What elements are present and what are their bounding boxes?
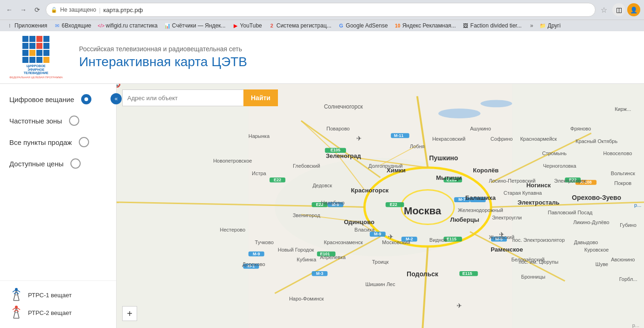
apps-icon: ⁝ (7, 22, 13, 29)
svg-text:Солнечногорск: Солнечногорск (324, 103, 363, 110)
sidebar-item-frequency[interactable]: Частотные зоны (0, 110, 116, 131)
svg-text:Балашиха: Балашиха (465, 194, 496, 201)
page: ЦИФРОВОЕ ЭФИРНОЕ ТЕЛЕВИДЕНИЕ ФЕДЕРАЛЬНАЯ… (0, 31, 644, 328)
legend-label-rtrs2: РТРС-2 вещает (28, 309, 72, 316)
bookmark-inbox-label: 6Входящие (62, 22, 91, 29)
svg-text:E22: E22 (390, 202, 397, 207)
svg-text:Раменское: Раменское (491, 246, 523, 253)
logo-fcp: ФЕДЕРАЛЬНАЯ ЦЕЛЕВАЯ ПРОГРАММА (9, 76, 62, 79)
bookmark-system[interactable]: 2 Система регистрац... (266, 21, 334, 30)
sidebar-radio-prices[interactable] (70, 158, 81, 169)
sidebar-item-sales[interactable]: Все пункты продаж (0, 131, 116, 153)
faction-icon: 🖼 (463, 22, 469, 29)
svg-text:Некрасовский: Некрасовский (432, 136, 465, 142)
svg-text:Белоозёрский: Белоозёрский (511, 257, 545, 262)
svg-text:Дедовск: Дедовск (312, 183, 332, 188)
sidebar-radio-frequency[interactable] (69, 116, 79, 126)
svg-text:Звенигород: Звенигород (293, 212, 321, 218)
svg-text:Тучково: Тучково (255, 239, 274, 245)
svg-text:Электроугли: Электроугли (492, 215, 522, 220)
svg-text:Королёв: Королёв (473, 167, 499, 174)
sidebar-legend: РТРС-1 вещает (0, 280, 116, 328)
sidebar-item-prices[interactable]: Доступные цены (0, 153, 116, 174)
logo-line2: ЭФИРНОЕ (9, 68, 62, 72)
bookmark-counters-label: Счётчики — Яндек... (172, 22, 226, 29)
url-text: карта.ртрс.рф (104, 7, 143, 14)
reload-button[interactable]: ⟳ (32, 4, 43, 15)
map-search-button[interactable]: Найти (243, 89, 278, 106)
bookmark-wifigid-label: wifigid.ru статистика (106, 22, 158, 29)
bookmark-apps-label: Приложения (14, 22, 47, 29)
logo-cell (43, 43, 49, 49)
sidebar-label-frequency: Частотные зоны (9, 117, 62, 125)
system-icon: 2 (269, 22, 275, 29)
other-label: Другі (547, 22, 561, 29)
svg-text:Красный Октябрь: Красный Октябрь (575, 138, 617, 144)
svg-text:E22: E22 (274, 178, 281, 182)
bookmark-apps[interactable]: ⁝ Приложения (4, 21, 50, 30)
sidebar-item-digital[interactable]: Цифровое вещание (0, 89, 116, 110)
map-area[interactable]: ✈ ✈ ✈ ✈ E105 M-11 E22 E22 E22 E115 E115 … (117, 84, 644, 328)
sidebar-toggle[interactable]: « (111, 93, 122, 104)
more-bookmarks[interactable]: » (527, 21, 536, 30)
sidebar-radio-digital[interactable] (81, 94, 91, 104)
bookmark-adsense[interactable]: G Google AdSense (335, 21, 391, 30)
sidebar: « Цифровое вещание Частотные зоны Все пу… (0, 84, 117, 328)
map-roads-svg: ✈ ✈ ✈ ✈ E105 M-11 E22 E22 E22 E115 E115 … (117, 84, 644, 328)
svg-text:Лобня: Лобня (410, 144, 425, 149)
svg-text:Старая Купавна: Старая Купавна (504, 190, 542, 196)
bookmark-counters[interactable]: 📊 Счётчики — Яндек... (161, 21, 229, 30)
bookmark-yandex-ad[interactable]: 10 Яндекс Рекламная... (392, 21, 459, 30)
browser-nav: ← → ⟳ 🔓 Не защищено | карта.ртрс.рф ☆ ◫ … (0, 0, 644, 20)
rtrs1-icon (9, 288, 23, 302)
bookmark-youtube-label: YouTube (240, 22, 262, 29)
sidebar-label-digital: Цифровое вещание (9, 96, 74, 103)
map-search-input[interactable] (122, 89, 243, 106)
bookmarks-bar: ⁝ Приложения ✉ 6Входящие </> wifigid.ru … (0, 20, 644, 31)
bookmark-youtube[interactable]: ▶ YouTube (229, 21, 265, 30)
site-header: ЦИФРОВОЕ ЭФИРНОЕ ТЕЛЕВИДЕНИЕ ФЕДЕРАЛЬНАЯ… (0, 31, 644, 84)
logo-cell (22, 43, 28, 49)
sidebar-label-prices: Доступные цены (9, 160, 63, 168)
svg-text:Подольск: Подольск (407, 270, 439, 278)
svg-text:Зеленоград: Зеленоград (326, 152, 361, 159)
svg-text:M-3: M-3 (316, 271, 324, 276)
legend-label-rtrs1: РТРС-1 вещает (28, 292, 72, 299)
svg-text:Кирж...: Кирж... (615, 106, 631, 112)
logo-line3: ТЕЛЕВИДЕНИЕ (9, 71, 62, 75)
back-button[interactable]: ← (4, 4, 15, 15)
svg-rect-15 (117, 84, 249, 328)
rtrs2-icon (9, 306, 23, 320)
svg-text:E115: E115 (463, 271, 472, 276)
counters-icon: 📊 (164, 22, 171, 29)
zoom-in-button[interactable]: + (122, 306, 137, 321)
logo-cell (43, 36, 49, 42)
bookmark-faction[interactable]: 🖼 Faction divided tier... (460, 21, 525, 30)
svg-text:Видное: Видное (429, 237, 447, 243)
other-bookmarks[interactable]: 📁 Другі (537, 21, 563, 30)
svg-text:Наро-Фоминск: Наро-Фоминск (289, 296, 324, 302)
logo-cell (36, 43, 42, 49)
extensions-icon[interactable]: ◫ (612, 3, 625, 16)
svg-text:Ликино-Дулёво: Ликино-Дулёво (573, 220, 609, 226)
forward-button[interactable]: → (18, 4, 29, 15)
svg-text:Лосино-Петровский: Лосино-Петровский (489, 178, 535, 184)
not-secure-text: Не защищено (60, 7, 96, 13)
sidebar-radio-sales[interactable] (79, 137, 89, 147)
svg-text:Новопетровское: Новопетровское (213, 158, 252, 164)
bookmark-star[interactable]: ☆ (598, 4, 609, 15)
profile-avatar[interactable]: 👤 (627, 3, 640, 16)
yandex-ad-icon: 10 (395, 22, 401, 29)
bookmark-wifigid[interactable]: </> wifigid.ru статистика (95, 21, 160, 30)
sidebar-label-sales: Все пункты продаж (9, 138, 72, 146)
logo-cell (29, 50, 35, 56)
header-text: Российская телевизионная и радиовещатель… (79, 45, 247, 69)
map-zoom: + (122, 306, 137, 321)
svg-text:📡: 📡 (117, 84, 120, 87)
bookmark-inbox[interactable]: ✉ 6Входящие (51, 21, 94, 30)
address-bar[interactable]: 🔓 Не защищено | карта.ртрс.рф (46, 3, 596, 17)
svg-text:Московский: Московский (382, 239, 410, 245)
svg-text:Нестерово: Нестерово (220, 227, 245, 232)
svg-text:✈: ✈ (356, 135, 362, 142)
svg-text:Давыдово: Давыдово (574, 239, 598, 245)
